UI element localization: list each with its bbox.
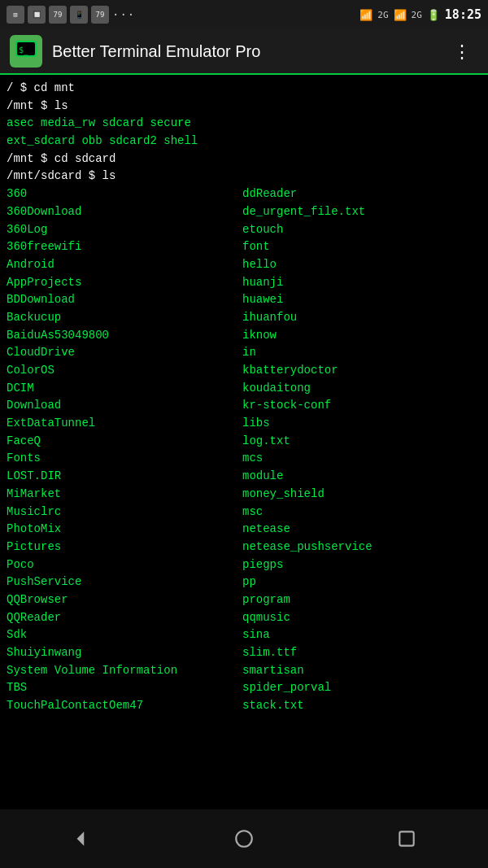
app-icon: $_ — [10, 35, 42, 68]
list-item: Download — [7, 397, 242, 415]
list-item: piegps — [242, 556, 481, 574]
list-item: 360freewifi — [7, 238, 242, 256]
svg-point-3 — [236, 831, 252, 847]
ls-two-col: 360360Download360Log360freewifiAndroidAp… — [7, 185, 481, 715]
list-item: spider_porval — [242, 679, 481, 697]
notification-icon-4: 📱 — [70, 6, 88, 24]
list-item: de_urgent_file.txt — [242, 203, 481, 221]
list-item: sina — [242, 626, 481, 644]
list-item: font — [242, 238, 481, 256]
cmd-line-1: / $ cd mnt — [7, 80, 481, 98]
list-item: BDDownload — [7, 291, 242, 309]
svg-marker-2 — [77, 831, 85, 845]
time-display: 18:25 — [445, 7, 481, 22]
battery-icon: 🔋 — [427, 9, 440, 21]
list-item: Android — [7, 256, 242, 274]
list-item: program — [242, 591, 481, 609]
network-2g-2: 2G — [412, 10, 422, 20]
list-item: 360Log — [7, 221, 242, 239]
list-item: CloudDrive — [7, 344, 242, 362]
nav-bar — [0, 809, 488, 868]
list-item: PushService — [7, 574, 242, 591]
list-item: smartisan — [242, 662, 481, 680]
more-notifications: ··· — [112, 8, 135, 21]
svg-text:$_: $_ — [19, 46, 29, 55]
app-title: Better Terminal Emulator Pro — [52, 42, 447, 61]
list-item: huawei — [242, 291, 481, 309]
list-item: Poco — [7, 556, 242, 574]
list-item: QQReader — [7, 609, 242, 627]
list-item: LOST.DIR — [7, 468, 242, 486]
list-item: libs — [242, 415, 481, 433]
notification-icon-3: 79 — [49, 6, 67, 24]
list-item: FaceQ — [7, 433, 242, 451]
list-item: ddReader — [242, 185, 481, 203]
list-item: Fonts — [7, 450, 242, 468]
list-item: qqmusic — [242, 609, 481, 627]
status-right: 📶 2G 📶 2G 🔋 18:25 — [359, 7, 481, 22]
list-item: log.txt — [242, 433, 481, 451]
list-item: DCIM — [7, 380, 242, 398]
list-item: QQBrowser — [7, 591, 242, 609]
list-item: etouch — [242, 221, 481, 239]
signal-icon: 📶 — [394, 9, 407, 21]
list-item: kr-stock-conf — [242, 397, 481, 415]
list-item: mcs — [242, 450, 481, 468]
list-item: module — [242, 468, 481, 486]
list-item: koudaitong — [242, 380, 481, 398]
list-item: Pictures — [7, 539, 242, 556]
list-item: stack.txt — [242, 697, 481, 715]
list-item: PhotoMix — [7, 521, 242, 539]
list-item: in — [242, 344, 481, 362]
ls-col1: 360360Download360Log360freewifiAndroidAp… — [7, 185, 242, 715]
list-item: huanji — [242, 274, 481, 292]
list-item: Sdk — [7, 626, 242, 644]
list-item: msc — [242, 504, 481, 521]
list-item: netease_pushservice — [242, 539, 481, 556]
title-bar: $_ Better Terminal Emulator Pro ⋮ — [0, 29, 488, 75]
ls-output-2: ext_sdcard obb sdcard2 shell — [7, 133, 481, 150]
network-2g-1: 2G — [377, 10, 388, 20]
status-bar: ⊞ 🔲 79 📱 79 ··· 📶 2G 📶 2G 🔋 18:25 — [0, 0, 488, 29]
notification-icon-5: 79 — [91, 6, 109, 24]
terminal-output[interactable]: / $ cd mnt /mnt $ ls asec media_rw sdcar… — [0, 75, 488, 809]
list-item: AppProjects — [7, 274, 242, 292]
list-item: slim.ttf — [242, 644, 481, 662]
list-item: netease — [242, 521, 481, 539]
list-item: Musiclrc — [7, 504, 242, 521]
list-item: BaiduAs53049800 — [7, 327, 242, 345]
cmd-line-3: /mnt $ cd sdcard — [7, 150, 481, 168]
ls-col2: ddReaderde_urgent_file.txtetouchfonthell… — [242, 185, 481, 715]
list-item: ExtDataTunnel — [7, 415, 242, 433]
list-item: System Volume Information — [7, 662, 242, 680]
notification-icon-2: 🔲 — [28, 6, 46, 24]
list-item: iknow — [242, 327, 481, 345]
svg-rect-4 — [399, 831, 413, 845]
list-item: hello — [242, 256, 481, 274]
list-item: Backucup — [7, 309, 242, 327]
list-item: 360 — [7, 185, 242, 203]
list-item: MiMarket — [7, 486, 242, 504]
list-item: pp — [242, 574, 481, 591]
list-item: 360Download — [7, 203, 242, 221]
list-item: ihuanfou — [242, 309, 481, 327]
cmd-line-2: /mnt $ ls — [7, 98, 481, 116]
list-item: money_shield — [242, 486, 481, 504]
recents-button[interactable] — [387, 819, 426, 858]
back-button[interactable] — [62, 819, 101, 858]
list-item: TBS — [7, 679, 242, 697]
list-item: ColorOS — [7, 362, 242, 380]
list-item: Shuiyinwang — [7, 644, 242, 662]
cmd-line-4: /mnt/sdcard $ ls — [7, 168, 481, 185]
menu-button[interactable]: ⋮ — [447, 38, 478, 65]
status-left: ⊞ 🔲 79 📱 79 ··· — [7, 6, 135, 24]
list-item: TouchPalContactOem47 — [7, 697, 242, 715]
wifi-icon: 📶 — [359, 9, 373, 21]
notification-icon-1: ⊞ — [7, 6, 24, 24]
list-item: kbatterydoctor — [242, 362, 481, 380]
ls-output-1: asec media_rw sdcard secure — [7, 115, 481, 133]
home-button[interactable] — [224, 819, 264, 858]
